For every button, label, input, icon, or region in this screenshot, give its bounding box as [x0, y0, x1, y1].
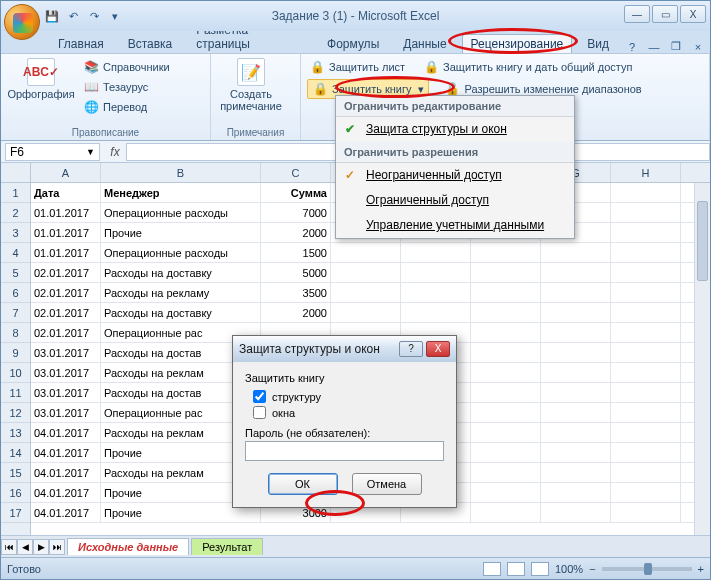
translate-icon: 🌐 [83, 99, 99, 115]
group-comments-title: Примечания [217, 125, 294, 138]
dialog-title: Защита структуры и окон [239, 342, 380, 356]
minimize-button[interactable]: — [624, 5, 650, 23]
menu-item-unrestricted[interactable]: ✓ Неограниченный доступ [336, 163, 574, 188]
status-ready: Готово [7, 563, 41, 575]
status-bar: Готово 100% − + [1, 557, 710, 579]
dialog-close-button[interactable]: X [426, 341, 450, 357]
protect-sheet-button[interactable]: 🔒Защитить лист [307, 58, 407, 76]
password-label: Пароль (не обязателен): [245, 427, 444, 439]
save-icon[interactable]: 💾 [43, 7, 61, 25]
menu-item-restricted[interactable]: Ограниченный доступ [336, 188, 574, 213]
dialog-help-button[interactable]: ? [399, 341, 423, 357]
doc-window-controls: ? — ❐ × [624, 40, 706, 53]
password-input[interactable] [245, 441, 444, 461]
new-comment-button[interactable]: 📝 Создать примечание [217, 58, 285, 112]
check-icon: ✔ [342, 122, 358, 136]
menu-item-manage[interactable]: Управление учетными данными [336, 213, 574, 238]
quick-access-toolbar: 💾 ↶ ↷ ▾ [43, 7, 124, 25]
dropdown-header: Ограничить редактирование [336, 96, 574, 117]
share-protect-button[interactable]: 🔒Защитить книгу и дать общий доступ [421, 58, 634, 76]
view-break-button[interactable] [531, 562, 549, 576]
tab-review[interactable]: Рецензирование [462, 34, 573, 53]
thesaurus-icon: 📖 [83, 79, 99, 95]
lock-book-icon: 🔒 [312, 81, 328, 97]
vertical-scrollbar[interactable] [694, 183, 710, 535]
sheet-nav: ⏮ ◀ ▶ ⏭ [1, 539, 65, 555]
comment-icon: 📝 [237, 58, 265, 86]
research-button[interactable]: 📚Справочники [81, 58, 172, 76]
dropdown-header: Ограничить разрешения [336, 142, 574, 163]
col-header[interactable]: H [611, 163, 681, 182]
ok-button[interactable]: ОК [268, 473, 338, 495]
lock-sheet-icon: 🔒 [309, 59, 325, 75]
tab-formulas[interactable]: Формулы [318, 34, 388, 53]
spellcheck-label: Орфография [7, 88, 74, 100]
close-button[interactable]: X [680, 5, 706, 23]
menu-item-structure[interactable]: ✔ Защита структуры и окон [336, 117, 574, 142]
group-comments: 📝 Создать примечание Примечания [211, 54, 301, 140]
redo-icon[interactable]: ↷ [85, 7, 103, 25]
sheet-nav-first[interactable]: ⏮ [1, 539, 17, 555]
row-headers[interactable]: 1234567891011121314151617 [1, 183, 31, 535]
protect-workbook-dropdown: Ограничить редактирование ✔ Защита струк… [335, 95, 575, 239]
tab-data[interactable]: Данные [394, 34, 455, 53]
cancel-button[interactable]: Отмена [352, 473, 422, 495]
zoom-slider[interactable] [602, 567, 692, 571]
checkbox-windows-input[interactable] [253, 406, 266, 419]
chevron-down-icon[interactable]: ▼ [86, 147, 95, 157]
titlebar: 💾 ↶ ↷ ▾ Задание 3 (1) - Microsoft Excel … [1, 1, 710, 31]
view-normal-button[interactable] [483, 562, 501, 576]
col-header[interactable]: C [261, 163, 331, 182]
maximize-button[interactable]: ▭ [652, 5, 678, 23]
spellcheck-button[interactable]: ABC✓ Орфография [7, 58, 75, 100]
fx-icon[interactable]: fx [104, 145, 126, 159]
book-icon: 📚 [83, 59, 99, 75]
sheet-tabs: ⏮ ◀ ▶ ⏭ Исходные данные Результат [1, 535, 710, 557]
dialog-group-label: Защитить книгу [245, 372, 444, 384]
zoom-thumb[interactable] [644, 563, 652, 575]
dialog-titlebar[interactable]: Защита структуры и окон ? X [233, 336, 456, 362]
name-box[interactable]: F6▼ [5, 143, 100, 161]
checkbox-windows[interactable]: окна [253, 406, 444, 419]
zoom-in-button[interactable]: + [698, 563, 704, 575]
tab-home[interactable]: Главная [49, 34, 113, 53]
chevron-down-icon: ▾ [418, 83, 424, 96]
thesaurus-button[interactable]: 📖Тезаурус [81, 78, 172, 96]
checkbox-structure[interactable]: структуру [253, 390, 444, 403]
sheet-tab-source[interactable]: Исходные данные [67, 538, 189, 555]
zoom-level[interactable]: 100% [555, 563, 583, 575]
share-lock-icon: 🔒 [423, 59, 439, 75]
group-spelling: ABC✓ Орфография 📚Справочники 📖Тезаурус 🌐… [1, 54, 211, 140]
sheet-nav-prev[interactable]: ◀ [17, 539, 33, 555]
doc-restore-icon[interactable]: ❐ [668, 40, 684, 53]
qat-more-icon[interactable]: ▾ [106, 7, 124, 25]
check-icon: ✓ [342, 168, 358, 182]
select-all-corner[interactable] [1, 163, 31, 183]
protect-dialog: Защита структуры и окон ? X Защитить кни… [232, 335, 457, 508]
ribbon-tabs: Главная Вставка Разметка страницы Формул… [1, 31, 710, 53]
sheet-nav-next[interactable]: ▶ [33, 539, 49, 555]
zoom-out-button[interactable]: − [589, 563, 595, 575]
view-layout-button[interactable] [507, 562, 525, 576]
checkbox-structure-input[interactable] [253, 390, 266, 403]
window-controls: — ▭ X [624, 5, 706, 23]
scroll-thumb[interactable] [697, 201, 708, 281]
doc-close-icon[interactable]: × [690, 41, 706, 53]
sheet-tab-result[interactable]: Результат [191, 538, 263, 555]
sheet-nav-last[interactable]: ⏭ [49, 539, 65, 555]
col-header[interactable]: A [31, 163, 101, 182]
col-header[interactable]: B [101, 163, 261, 182]
tab-view[interactable]: Вид [578, 34, 618, 53]
spellcheck-icon: ABC✓ [27, 58, 55, 86]
translate-button[interactable]: 🌐Перевод [81, 98, 172, 116]
office-button[interactable] [4, 4, 40, 40]
dialog-body: Защитить книгу структуру окна Пароль (не… [233, 362, 456, 507]
tab-insert[interactable]: Вставка [119, 34, 182, 53]
doc-minimize-icon[interactable]: — [646, 41, 662, 53]
help-icon[interactable]: ? [624, 41, 640, 53]
group-spelling-title: Правописание [7, 125, 204, 138]
undo-icon[interactable]: ↶ [64, 7, 82, 25]
